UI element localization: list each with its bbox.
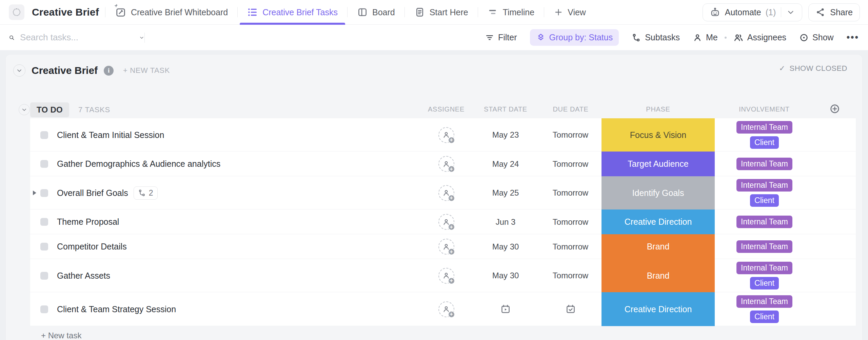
group-by-button[interactable]: Group by: Status: [530, 29, 619, 46]
task-name[interactable]: Theme Proposal: [57, 217, 119, 227]
task-name[interactable]: Client & Team Strategy Session: [57, 304, 176, 314]
involvement-badge[interactable]: Internal Team: [736, 121, 792, 134]
involvement-badge[interactable]: Client: [750, 311, 779, 323]
subtask-count-badge[interactable]: 2: [134, 186, 158, 200]
add-assignee-button[interactable]: +: [438, 301, 454, 317]
task-name[interactable]: Client & Team Initial Session: [57, 130, 164, 140]
start-date[interactable]: May 30: [472, 259, 539, 292]
due-date[interactable]: Tomorrow: [539, 259, 601, 292]
phase-cell[interactable]: Focus & Vision: [601, 118, 715, 152]
add-assignee-button[interactable]: +: [438, 127, 454, 143]
start-date[interactable]: May 30: [472, 234, 539, 259]
start-date[interactable]: Jun 3: [472, 209, 539, 234]
column-header-assignee[interactable]: ASSIGNEE: [428, 105, 465, 113]
task-status-checkbox[interactable]: [40, 218, 48, 226]
task-status-checkbox[interactable]: [40, 243, 48, 251]
task-status-checkbox[interactable]: [40, 189, 48, 197]
workspace-avatar[interactable]: [9, 4, 24, 20]
tab-add-view[interactable]: View: [544, 0, 595, 25]
task-row[interactable]: Theme Proposal + Jun 3 Tomorrow Creative…: [30, 209, 856, 234]
share-icon: [815, 7, 826, 17]
add-assignee-button[interactable]: +: [438, 185, 454, 201]
search-input[interactable]: [20, 32, 134, 43]
involvement-badge[interactable]: Internal Team: [736, 295, 792, 308]
involvement-badge[interactable]: Internal Team: [736, 262, 792, 274]
task-row[interactable]: Gather Assets + May 30 Tomorrow Brand: [30, 259, 856, 292]
show-closed-toggle[interactable]: ✓ SHOW CLOSED: [779, 64, 847, 73]
info-icon[interactable]: i: [104, 66, 114, 76]
phase-cell[interactable]: Creative Direction: [601, 209, 715, 234]
plus-badge-icon: +: [448, 223, 455, 231]
due-date[interactable]: Tomorrow: [539, 234, 601, 259]
task-row[interactable]: Gather Demographics & Audience analytics…: [30, 152, 856, 176]
me-filter-button[interactable]: Me: [693, 33, 718, 42]
start-date[interactable]: May 23: [472, 118, 539, 152]
share-button[interactable]: Share: [808, 3, 860, 21]
task-row[interactable]: Competitor Details + May 30 Tomorrow Bra…: [30, 234, 856, 259]
task-row[interactable]: Overall Brief Goals 2: [30, 176, 856, 209]
task-name[interactable]: Gather Assets: [57, 271, 110, 281]
due-date[interactable]: Tomorrow: [539, 152, 601, 176]
add-assignee-button[interactable]: +: [438, 239, 454, 255]
subtasks-button[interactable]: Subtasks: [632, 33, 680, 42]
start-date[interactable]: May 25: [472, 176, 539, 209]
due-date[interactable]: Tomorrow: [539, 209, 601, 234]
start-date[interactable]: May 24: [472, 152, 539, 176]
add-assignee-button[interactable]: +: [438, 268, 454, 284]
group-status-badge[interactable]: TO DO: [30, 102, 69, 117]
due-date[interactable]: Tomorrow: [539, 176, 601, 209]
phase-cell[interactable]: Brand: [601, 259, 715, 292]
filter-label: Filter: [498, 33, 517, 42]
tab-tasks[interactable]: Creative Brief Tasks: [238, 0, 347, 25]
column-header-phase[interactable]: PHASE: [646, 105, 670, 113]
expand-subtasks-arrow[interactable]: [33, 191, 36, 195]
column-header-involvement[interactable]: INVOLVEMENT: [739, 105, 790, 113]
search-chevron-icon[interactable]: [139, 33, 144, 42]
involvement-badge[interactable]: Internal Team: [736, 240, 792, 253]
involvement-badge[interactable]: Client: [750, 136, 779, 149]
involvement-badge[interactable]: Internal Team: [736, 158, 792, 170]
task-status-checkbox[interactable]: [40, 160, 48, 168]
involvement-badge[interactable]: Internal Team: [736, 179, 792, 192]
task-status-checkbox[interactable]: [40, 272, 48, 280]
task-row[interactable]: Client & Team Strategy Session +: [30, 292, 856, 326]
chevron-down-icon[interactable]: [786, 8, 795, 17]
filter-button[interactable]: Filter: [485, 33, 517, 42]
due-date[interactable]: Tomorrow: [539, 118, 601, 152]
task-status-checkbox[interactable]: [40, 305, 48, 313]
new-task-top-button[interactable]: + NEW TASK: [123, 66, 170, 75]
assignees-button[interactable]: Assignees: [733, 33, 786, 43]
tab-board[interactable]: Board: [348, 0, 405, 25]
document-icon: [414, 7, 425, 18]
involvement-cell: Internal Team Client: [715, 292, 814, 326]
phase-cell[interactable]: Creative Direction: [601, 292, 715, 326]
collapse-group-button[interactable]: [19, 104, 30, 115]
add-column-button[interactable]: [829, 103, 840, 116]
add-assignee-button[interactable]: +: [438, 156, 454, 172]
list-container: Creative Brief i + NEW TASK ✓ SHOW CLOSE…: [5, 54, 863, 340]
task-name[interactable]: Competitor Details: [57, 242, 127, 252]
add-task-button[interactable]: + New task: [41, 331, 862, 340]
involvement-badge[interactable]: Client: [750, 194, 779, 207]
column-header-start-date[interactable]: START DATE: [484, 105, 527, 113]
task-row[interactable]: Client & Team Initial Session + May 23 T…: [30, 118, 856, 152]
phase-cell[interactable]: Target Audience: [601, 152, 715, 176]
more-options-button[interactable]: •••: [847, 32, 859, 43]
tab-start-here[interactable]: Start Here: [405, 0, 478, 25]
add-assignee-button[interactable]: +: [438, 214, 454, 230]
task-status-checkbox[interactable]: [40, 131, 48, 139]
task-name[interactable]: Gather Demographics & Audience analytics: [57, 159, 220, 169]
tab-timeline[interactable]: Timeline: [478, 0, 544, 25]
show-button[interactable]: Show: [799, 33, 834, 42]
tab-whiteboard[interactable]: Creative Brief Whiteboard: [105, 0, 237, 25]
phase-cell[interactable]: Identify Goals: [601, 176, 715, 209]
start-date-empty[interactable]: [472, 292, 539, 326]
automate-button[interactable]: Automate (1): [703, 3, 803, 21]
task-name[interactable]: Overall Brief Goals: [57, 188, 128, 198]
collapse-section-button[interactable]: [13, 64, 25, 77]
involvement-badge[interactable]: Client: [750, 277, 779, 289]
involvement-badge[interactable]: Internal Team: [736, 216, 792, 228]
due-date-empty[interactable]: [539, 292, 601, 326]
column-header-due-date[interactable]: DUE DATE: [553, 105, 588, 113]
phase-cell[interactable]: Brand: [601, 234, 715, 259]
